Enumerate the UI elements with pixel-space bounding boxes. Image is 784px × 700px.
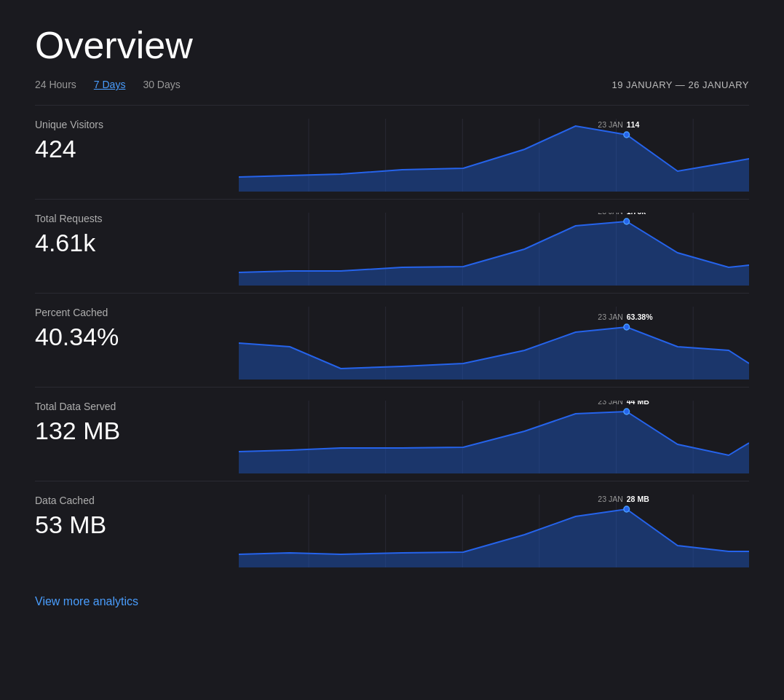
view-more-analytics-link[interactable]: View more analytics [35,595,138,608]
time-range-30d[interactable]: 30 Days [143,79,180,90]
svg-marker-36 [239,412,749,473]
svg-point-37 [624,409,630,414]
metric-label-col-total-data-served: Total Data Served132 MB [35,401,239,473]
chart-svg-unique-visitors: 23 JAN 114 [239,119,749,192]
svg-marker-26 [239,327,749,380]
chart-col-total-requests: 23 JAN 1.78k [239,213,749,286]
metric-label-data-cached: Data Cached [35,495,224,506]
metric-row-data-cached: Data Cached53 MB23 JAN 28 MB [35,481,749,575]
chart-svg-total-data-served: 23 JAN 44 MB [239,401,749,473]
svg-text:44 MB: 44 MB [627,401,649,406]
chart-col-percent-cached: 23 JAN 63.38% [239,307,749,380]
metrics-container: Unique Visitors42423 JAN 114Total Reques… [35,105,749,575]
svg-text:23 JAN: 23 JAN [598,213,623,216]
metric-label-total-requests: Total Requests [35,213,224,224]
date-range-label: 19 JANUARY — 26 JANUARY [611,79,749,90]
metric-label-col-data-cached: Data Cached53 MB [35,495,239,567]
metric-label-col-total-requests: Total Requests4.61k [35,213,239,286]
svg-point-17 [624,219,630,224]
chart-svg-percent-cached: 23 JAN 63.38% [239,307,749,380]
metric-row-total-data-served: Total Data Served132 MB23 JAN 44 MB [35,387,749,481]
time-range-7d[interactable]: 7 Days [94,79,126,90]
svg-text:28 MB: 28 MB [627,495,649,503]
svg-text:114: 114 [627,120,640,129]
time-range-24h[interactable]: 24 Hours [35,79,76,90]
svg-text:23 JAN: 23 JAN [598,495,623,503]
svg-text:63.38%: 63.38% [627,312,653,321]
chart-col-unique-visitors: 23 JAN 114 [239,119,749,192]
svg-point-27 [624,324,630,330]
chart-col-total-data-served: 23 JAN 44 MB [239,401,749,473]
metric-label-col-percent-cached: Percent Cached40.34% [35,307,239,380]
chart-svg-total-requests: 23 JAN 1.78k [239,213,749,286]
svg-point-7 [624,132,630,138]
metric-row-percent-cached: Percent Cached40.34%23 JAN 63.38% [35,293,749,387]
metric-row-total-requests: Total Requests4.61k23 JAN 1.78k [35,199,749,293]
svg-text:23 JAN: 23 JAN [598,401,623,406]
metric-value-unique-visitors: 424 [35,135,224,163]
chart-col-data-cached: 23 JAN 28 MB [239,495,749,567]
metric-row-unique-visitors: Unique Visitors42423 JAN 114 [35,105,749,199]
time-range-options: 24 Hours 7 Days 30 Days [35,79,181,90]
metric-value-total-data-served: 132 MB [35,417,224,445]
time-range-row: 24 Hours 7 Days 30 Days 19 JANUARY — 26 … [35,79,749,90]
metric-label-total-data-served: Total Data Served [35,401,224,412]
metric-label-col-unique-visitors: Unique Visitors424 [35,119,239,192]
chart-svg-data-cached: 23 JAN 28 MB [239,495,749,567]
metric-label-percent-cached: Percent Cached [35,307,224,318]
svg-text:1.78k: 1.78k [627,213,646,216]
metric-label-unique-visitors: Unique Visitors [35,119,224,130]
svg-text:23 JAN: 23 JAN [598,120,623,129]
page-title: Overview [35,23,749,67]
svg-point-47 [624,506,630,512]
metric-value-total-requests: 4.61k [35,229,224,257]
svg-marker-16 [239,221,749,286]
metric-value-percent-cached: 40.34% [35,323,224,351]
svg-marker-46 [239,509,749,567]
metric-value-data-cached: 53 MB [35,511,224,539]
svg-text:23 JAN: 23 JAN [598,312,623,321]
